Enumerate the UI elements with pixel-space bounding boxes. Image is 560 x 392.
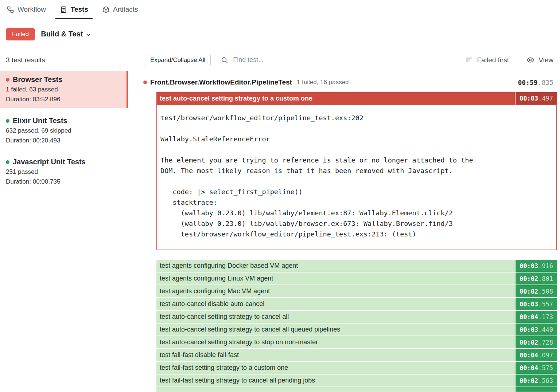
sidebar-item-elixir-unit-tests[interactable]: Elixir Unit Tests 632 passed, 69 skipped… (0, 112, 128, 149)
test-name: test agents configuring Docker based VM … (156, 260, 515, 272)
test-duration: 00:04.097 (516, 349, 557, 361)
passed-test-row[interactable]: test agents configuring Mac VM agent 00:… (156, 285, 557, 297)
suite-summary: 1 failed, 63 passed (6, 85, 122, 94)
passed-test-row[interactable]: test fail-fast setting strategy to a cus… (156, 362, 557, 374)
test-name: test auto-cancel disable auto-cancel (156, 298, 515, 310)
test-name: test fail-fast disable fail-fast (156, 349, 515, 361)
suite-duration: Duration: 03:52.896 (6, 94, 122, 104)
test-duration: 00:03.557 (516, 298, 557, 310)
tab-artifacts[interactable]: Artifacts (101, 0, 139, 19)
passed-test-row[interactable]: test auto-cancel setting strategy to sto… (156, 336, 557, 348)
tab-tests-label: Tests (71, 5, 88, 13)
pipeline-status-badge: Failed (6, 28, 35, 40)
suite-summary: 251 passed (6, 167, 122, 177)
chevron-down-icon (86, 32, 91, 38)
test-name: test agents configuring Mac VM agent (156, 285, 515, 297)
passed-test-row[interactable]: test auto-cancel setting strategy to can… (156, 311, 557, 323)
failure-stacktrace: test/browser/workflow_editor/pipeline_te… (157, 105, 556, 250)
test-duration: 00:02.508 (516, 285, 557, 297)
view-control[interactable]: View (526, 56, 553, 64)
suite-duration: Duration: 00:20.493 (6, 136, 122, 145)
passed-test-row[interactable]: test auto-cancel disable auto-cancel 00:… (156, 298, 557, 310)
sidebar-title: 3 test results (0, 49, 128, 71)
passed-dot-icon (6, 160, 9, 164)
passed-test-row-partial[interactable] (156, 387, 557, 392)
pipeline-bar: Failed Build & Test (0, 19, 560, 49)
suite-summary: 632 passed, 69 skipped (6, 126, 122, 136)
suite-title-row: Browser Tests (6, 75, 122, 85)
test-class-summary: 1 failed, 16 passed (297, 79, 349, 86)
suite-title-row: Elixir Unit Tests (6, 116, 122, 126)
find-test-input[interactable] (233, 56, 317, 64)
tests-icon (60, 6, 67, 13)
pipeline-name-label: Build & Test (41, 30, 83, 38)
passed-test-row[interactable]: test fail-fast setting strategy to cance… (156, 375, 557, 387)
test-duration: 00:02.728 (516, 336, 557, 348)
test-class-duration: 00:59.835 (518, 79, 557, 86)
failed-dot-icon (143, 81, 147, 84)
suite-name-label: Javascript Unit Tests (13, 157, 86, 167)
sidebar-item-browser-tests[interactable]: Browser Tests 1 failed, 63 passed Durati… (0, 71, 128, 108)
test-duration: 00:03.916 (516, 260, 557, 272)
test-name: test fail-fast setting strategy to a cus… (156, 362, 515, 374)
test-name: test auto-cancel setting strategy to can… (156, 311, 515, 323)
suite-duration: Duration: 00:00.735 (6, 177, 122, 187)
passed-tests-list: test agents configuring Docker based VM … (156, 260, 557, 387)
tab-workflow-label: Workflow (18, 5, 46, 13)
workflow-icon (7, 6, 14, 13)
view-label: View (538, 56, 553, 64)
failure-detail-box: test/browser/workflow_editor/pipeline_te… (156, 105, 557, 250)
test-duration: 00:02.801 (516, 273, 557, 285)
expand-collapse-all-button[interactable]: Expand/Collapse All (145, 54, 211, 66)
toolbar-right-group: Failed first View (465, 56, 553, 64)
filter-icon (465, 56, 473, 64)
sort-failed-first-control[interactable]: Failed first (465, 56, 509, 64)
passed-dot-icon (6, 119, 9, 123)
passed-test-row[interactable]: test agents configuring Docker based VM … (156, 260, 557, 272)
test-name: test auto-cancel setting strategy to sto… (156, 336, 515, 348)
test-class-name: Front.Browser.WorkflowEditor.PipelineTes… (150, 78, 292, 86)
search-icon (221, 56, 228, 64)
sidebar-item-javascript-unit-tests[interactable]: Javascript Unit Tests 251 passed Duratio… (0, 153, 128, 190)
passed-test-row[interactable]: test agents configuring Linux VM agent 0… (156, 273, 557, 285)
failed-test-row[interactable]: test auto-cancel setting strategy to a c… (156, 92, 557, 105)
test-duration: 00:04.173 (516, 311, 557, 323)
test-duration: 00:04.575 (516, 362, 557, 374)
test-duration: 00:02.563 (516, 375, 557, 387)
test-name (156, 387, 515, 392)
tests-toolbar: Expand/Collapse All Failed first View (128, 49, 560, 71)
suite-name-label: Browser Tests (13, 75, 62, 85)
pipeline-selector[interactable]: Build & Test (41, 30, 91, 38)
failed-dot-icon (6, 78, 9, 82)
test-name: test auto-cancel setting strategy to can… (156, 324, 515, 336)
passed-test-row[interactable]: test fail-fast disable fail-fast 00:04.0… (156, 349, 557, 361)
artifacts-icon (102, 6, 110, 13)
tab-tests[interactable]: Tests (59, 0, 89, 19)
test-duration: 00:03.497 (516, 92, 557, 105)
test-name: test agents configuring Linux VM agent (156, 273, 515, 285)
tab-workflow[interactable]: Workflow (6, 0, 47, 19)
sort-label: Failed first (477, 56, 509, 64)
test-detail-panel: Expand/Collapse All Failed first View Fr… (128, 49, 560, 392)
top-tab-bar: Workflow Tests Artifacts (0, 0, 560, 19)
test-duration (516, 387, 557, 392)
test-name: test auto-cancel setting strategy to a c… (156, 92, 515, 105)
suite-name-label: Elixir Unit Tests (13, 116, 67, 126)
find-test-search (221, 56, 317, 64)
suite-title-row: Javascript Unit Tests (6, 157, 122, 167)
tab-artifacts-label: Artifacts (113, 5, 138, 13)
test-name: test fail-fast setting strategy to cance… (156, 375, 515, 387)
test-duration: 00:03.440 (516, 324, 557, 336)
test-results-sidebar: 3 test results Browser Tests 1 failed, 6… (0, 49, 128, 392)
test-class-header[interactable]: Front.Browser.WorkflowEditor.PipelineTes… (143, 78, 557, 86)
eye-icon (526, 56, 534, 64)
passed-test-row[interactable]: test auto-cancel setting strategy to can… (156, 324, 557, 336)
